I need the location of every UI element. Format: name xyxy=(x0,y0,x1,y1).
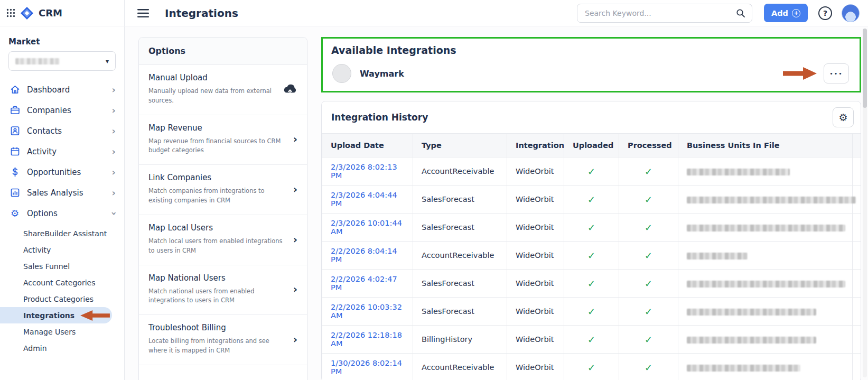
integration-history-panel: Integration History ⚙ Upload Date xyxy=(321,101,861,380)
sidebar-subitem-account-categories[interactable]: Account Categories xyxy=(0,274,124,291)
add-button[interactable]: Add + xyxy=(764,4,808,22)
option-link-companies[interactable]: Link Companies Match companies from inte… xyxy=(139,165,307,215)
type-cell: BillingHistory xyxy=(413,326,507,354)
integration-cell: WideOrbit xyxy=(507,242,564,270)
sidebar-subitem-product-categories[interactable]: Product Categories xyxy=(0,291,124,307)
sidebar-item-opportunities[interactable]: Opportunities › xyxy=(0,162,124,182)
type-cell: AccountReceivable xyxy=(413,242,507,270)
upload-date-link[interactable]: 2/2/2026 12:18:18 AM xyxy=(331,331,402,348)
user-avatar[interactable] xyxy=(842,4,860,22)
option-troubleshoot-billing[interactable]: Troubleshoot Billing Locate billing from… xyxy=(139,315,307,365)
clipped-cell: S xyxy=(853,270,861,298)
integration-cell: WideOrbit xyxy=(507,298,564,326)
sidebar-item-companies[interactable]: Companies › xyxy=(0,100,124,121)
sidebar-item-activity[interactable]: Activity › xyxy=(0,141,124,162)
scrollbar-thumb[interactable] xyxy=(863,29,867,108)
upload-date-link[interactable]: 2/2/2026 4:02:47 PM xyxy=(331,275,397,292)
processed-check-icon: ✓ xyxy=(645,306,652,317)
brand-area: CRM xyxy=(0,0,125,26)
table-row: 1/30/2026 8:02:14 PM AccountReceivable W… xyxy=(322,354,861,380)
chevron-right-icon: › xyxy=(293,183,297,196)
crm-logo-icon xyxy=(20,6,34,20)
sidebar-subitem-integrations[interactable]: Integrations xyxy=(0,307,112,323)
upload-date-link[interactable]: 2/2/2026 10:03:32 AM xyxy=(331,303,402,320)
menu-toggle-icon[interactable] xyxy=(137,9,149,17)
upload-date-link[interactable]: 1/30/2026 8:02:14 PM xyxy=(331,359,402,376)
uploaded-check-icon: ✓ xyxy=(587,166,595,177)
sidebar-nav: Dashboard › Companies › Contacts › xyxy=(0,79,124,356)
market-select[interactable]: ▾ xyxy=(8,51,116,71)
column-header-processed: Processed xyxy=(619,134,678,157)
column-header-upload-date: Upload Date xyxy=(322,134,413,157)
search-box xyxy=(577,4,752,23)
bar-chart-icon xyxy=(10,188,20,198)
sidebar-subitem-sharebuilder-assistant[interactable]: ShareBuilder Assistant xyxy=(0,225,124,242)
chevron-right-icon: › xyxy=(293,283,297,295)
business-units-redacted xyxy=(687,365,800,372)
integration-cell: WideOrbit xyxy=(507,326,564,354)
caret-down-icon: ▾ xyxy=(106,58,109,65)
ellipsis-icon: ••• xyxy=(829,70,843,77)
topbar: CRM Integrations Add + ? xyxy=(0,0,868,26)
upload-date-link[interactable]: 2/3/2026 4:04:44 PM xyxy=(331,191,397,208)
uploaded-check-icon: ✓ xyxy=(587,334,595,345)
sidebar-subitem-admin[interactable]: Admin xyxy=(0,340,124,356)
business-units-redacted xyxy=(687,281,845,288)
help-icon[interactable]: ? xyxy=(818,6,832,20)
history-table: Upload Date Type Integration Uploaded Pr… xyxy=(322,133,861,380)
search-icon[interactable] xyxy=(736,8,745,18)
sidebar-item-dashboard[interactable]: Dashboard › xyxy=(0,79,124,100)
sidebar-item-sales-analysis[interactable]: Sales Analysis › xyxy=(0,182,124,203)
sidebar-subitem-activity[interactable]: Activity xyxy=(0,242,124,258)
clipped-cell: S xyxy=(853,157,861,186)
type-cell: AccountReceivable xyxy=(413,157,507,186)
history-table-body: 2/3/2026 8:02:13 PM AccountReceivable Wi… xyxy=(322,157,861,380)
uploaded-check-icon: ✓ xyxy=(587,306,595,317)
chevron-right-icon: › xyxy=(112,147,116,156)
gear-icon: ⚙ xyxy=(10,209,20,218)
main-panel: Available Integrations Waymark ••• Integ… xyxy=(321,37,861,380)
processed-check-icon: ✓ xyxy=(645,362,652,373)
option-manual-upload[interactable]: Manual Upload Manually upload new data f… xyxy=(139,65,307,115)
integration-row-waymark[interactable]: Waymark ••• xyxy=(331,61,851,85)
available-integrations-title: Available Integrations xyxy=(331,44,851,56)
clipped-cell: S xyxy=(853,354,861,380)
option-map-national-users[interactable]: Map National Users Match national users … xyxy=(139,265,307,316)
sidebar-subitem-sales-funnel[interactable]: Sales Funnel xyxy=(0,258,124,274)
clipped-cell: S xyxy=(853,214,861,242)
integration-menu-button[interactable]: ••• xyxy=(824,63,849,84)
table-row: 2/2/2026 12:18:18 AM BillingHistory Wide… xyxy=(322,326,861,354)
sidebar-subitem-manage-users[interactable]: Manage Users xyxy=(0,323,124,340)
annotation-arrow-left-icon xyxy=(80,309,110,322)
upload-date-link[interactable]: 2/2/2026 8:04:14 PM xyxy=(331,247,397,264)
integration-avatar xyxy=(332,64,351,83)
processed-check-icon: ✓ xyxy=(645,166,652,177)
processed-check-icon: ✓ xyxy=(645,222,652,233)
column-header-clipped: U xyxy=(853,134,861,157)
option-map-revenue[interactable]: Map Revenue Map revenue from financial s… xyxy=(139,115,307,165)
vertical-scrollbar[interactable] xyxy=(863,29,867,377)
integration-cell: WideOrbit xyxy=(507,214,564,242)
clipped-cell: S xyxy=(853,326,861,354)
sidebar-item-contacts[interactable]: Contacts › xyxy=(0,121,124,141)
app-grid-icon[interactable] xyxy=(6,8,15,17)
option-map-local-users[interactable]: Map Local Users Match local users from e… xyxy=(139,215,307,265)
upload-date-link[interactable]: 2/3/2026 8:02:13 PM xyxy=(331,163,397,180)
options-panel: Options Manual Upload Manually upload ne… xyxy=(138,37,307,380)
business-units-redacted xyxy=(687,225,845,231)
search-input[interactable] xyxy=(584,8,732,18)
column-header-type: Type xyxy=(413,134,507,157)
chevron-right-icon: › xyxy=(293,133,297,145)
integration-cell: WideOrbit xyxy=(507,270,564,298)
chevron-right-icon: › xyxy=(293,333,297,346)
upload-date-link[interactable]: 2/3/2026 10:01:44 AM xyxy=(331,219,402,236)
integration-cell: WideOrbit xyxy=(507,186,564,214)
type-cell: SalesForecast xyxy=(413,186,507,214)
sidebar-item-options[interactable]: ⚙ Options › xyxy=(0,203,124,224)
history-settings-button[interactable]: ⚙ xyxy=(833,107,854,127)
integration-history-title: Integration History xyxy=(331,112,428,123)
table-row: 2/3/2026 4:04:44 PM SalesForecast WideOr… xyxy=(322,186,861,214)
chevron-right-icon: › xyxy=(293,233,297,246)
integration-cell: WideOrbit xyxy=(507,157,564,186)
clipped-cell: S xyxy=(853,298,861,326)
